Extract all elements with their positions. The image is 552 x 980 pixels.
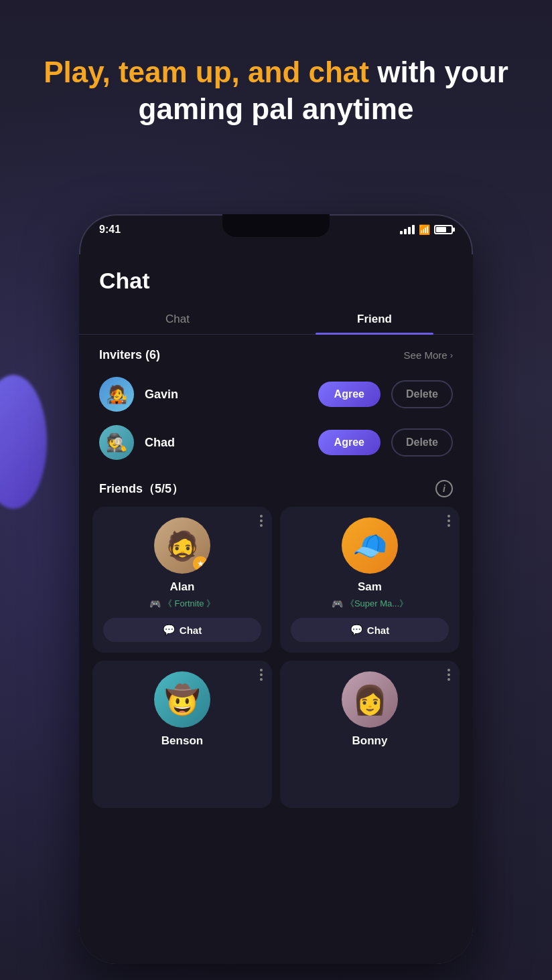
avatar-gavin: 🧑‍🎤: [99, 377, 134, 412]
delete-button-chad[interactable]: Delete: [391, 428, 453, 457]
avatar-benson: 🤠: [154, 671, 210, 728]
chat-bubble-icon-sam: 💬: [350, 624, 363, 636]
card-menu-sam[interactable]: [447, 515, 450, 527]
tab-friend[interactable]: Friend: [276, 305, 473, 334]
avatar-bonny: 👩: [342, 671, 398, 728]
tab-chat[interactable]: Chat: [79, 305, 276, 334]
see-more-label: See More: [404, 349, 447, 361]
signal-icon: [400, 225, 415, 234]
inviter-name-chad: Chad: [145, 436, 307, 450]
friends-grid: 🧔 ★ Alan 🎮 《 Fortnite 》 💬 Chat: [79, 507, 473, 808]
star-badge-alan: ★: [193, 556, 208, 571]
agree-button-gavin[interactable]: Agree: [318, 382, 381, 407]
friend-card-sam: 🧢 Sam 🎮 《Super Ma...》 💬 Chat: [280, 507, 460, 653]
avatar-alan: 🧔 ★: [154, 517, 210, 574]
friend-game-sam: 🎮 《Super Ma...》: [332, 598, 408, 610]
avatar-chad: 🕵️: [99, 425, 134, 460]
hero-section: Play, team up, and chat with your gaming…: [0, 54, 552, 127]
friends-header: Friends（5/5） i: [79, 467, 473, 507]
agree-button-chad[interactable]: Agree: [318, 430, 381, 455]
card-menu-bonny[interactable]: [447, 669, 450, 681]
inviters-title: Inviters (6): [99, 348, 160, 362]
phone-content: Chat Chat Friend Inviters (6) See More ›…: [79, 254, 473, 964]
friend-card-alan: 🧔 ★ Alan 🎮 《 Fortnite 》 💬 Chat: [92, 507, 272, 653]
see-more-button[interactable]: See More ›: [404, 349, 453, 361]
page-title: Chat: [79, 254, 473, 305]
wifi-icon: 📶: [419, 224, 430, 235]
friend-name-sam: Sam: [358, 580, 382, 594]
game-controller-icon: 🎮: [149, 598, 161, 609]
tabs-bar: Chat Friend: [79, 305, 473, 335]
chat-bubble-icon: 💬: [163, 624, 176, 636]
status-bar: 9:41 📶: [99, 224, 453, 236]
status-icons: 📶: [400, 224, 453, 235]
game-controller-icon-sam: 🎮: [332, 598, 343, 609]
card-menu-benson[interactable]: [260, 669, 263, 681]
chat-button-sam[interactable]: 💬 Chat: [291, 618, 449, 642]
inviter-row-gavin: 🧑‍🎤 Gavin Agree Delete: [79, 370, 473, 418]
chat-button-alan[interactable]: 💬 Chat: [103, 618, 261, 642]
friend-card-benson: 🤠 Benson 💬 Chat: [92, 661, 272, 808]
bar2: [404, 229, 407, 234]
bar4: [412, 225, 415, 234]
chevron-right-icon: ›: [450, 350, 453, 360]
battery-icon: [434, 225, 453, 234]
inviter-name-gavin: Gavin: [145, 388, 307, 402]
friend-game-alan: 🎮 《 Fortnite 》: [149, 598, 215, 610]
friend-name-alan: Alan: [170, 580, 195, 594]
battery-fill: [436, 227, 446, 232]
friends-title: Friends（5/5）: [99, 481, 184, 497]
bar3: [408, 227, 411, 234]
bar1: [400, 231, 403, 234]
delete-button-gavin[interactable]: Delete: [391, 380, 453, 408]
hero-title: Play, team up, and chat with your gaming…: [27, 54, 525, 127]
avatar-sam: 🧢: [342, 517, 398, 574]
friend-name-bonny: Bonny: [352, 734, 388, 748]
friend-name-benson: Benson: [161, 734, 203, 748]
phone-frame: 9:41 📶 Chat Chat Friend: [79, 214, 473, 964]
status-time: 9:41: [99, 224, 121, 236]
card-menu-alan[interactable]: [260, 515, 263, 527]
inviters-header: Inviters (6) See More ›: [79, 335, 473, 370]
friend-card-bonny: 👩 Bonny 💬 Chat: [280, 661, 460, 808]
info-icon[interactable]: i: [435, 480, 453, 497]
inviter-row-chad: 🕵️ Chad Agree Delete: [79, 418, 473, 467]
hero-title-accent: Play, team up, and chat: [44, 56, 369, 88]
